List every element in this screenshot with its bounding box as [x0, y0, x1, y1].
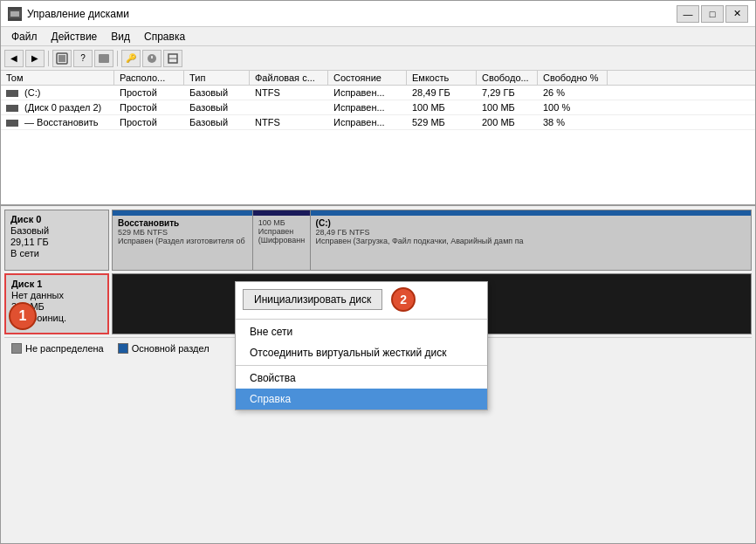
- cell-raspo-1: Простой: [114, 100, 184, 114]
- toolbar-btn-4[interactable]: 🔑: [121, 50, 141, 67]
- cell-tom-0: (C:): [1, 86, 114, 100]
- cell-svobp-1: 100 %: [538, 100, 608, 114]
- disk0-seg-1[interactable]: 100 МБ Исправен (Шифрованн: [253, 210, 311, 270]
- seg0-name: Восстановить: [118, 218, 247, 228]
- circle-2: 2: [391, 287, 416, 312]
- menu-action[interactable]: Действие: [45, 29, 105, 45]
- cell-raspo-0: Простой: [114, 86, 184, 100]
- disk0-label: Диск 0 Базовый 29,11 ГБ В сети: [4, 210, 109, 271]
- menu-file[interactable]: Файл: [4, 29, 45, 45]
- disk0-segments: Восстановить 529 МБ NTFS Исправен (Разде…: [112, 210, 752, 271]
- maximize-button[interactable]: □: [701, 5, 724, 23]
- cell-tom-2: — Восстановить: [1, 115, 114, 129]
- seg1-info2: Исправен (Шифрованн: [258, 227, 305, 244]
- legend-box-unallocated: [11, 343, 22, 354]
- initialize-disk-button[interactable]: Инициализировать диск: [243, 289, 382, 310]
- cell-svobp-0: 26 %: [538, 86, 608, 100]
- svg-rect-1: [10, 11, 19, 17]
- toolbar-btn-3[interactable]: [94, 50, 113, 67]
- context-menu-offline[interactable]: Вне сети: [236, 321, 487, 342]
- cell-fajl-1: [250, 106, 328, 109]
- disk1-name: Диск 1: [11, 279, 102, 289]
- forward-button[interactable]: ▶: [25, 50, 45, 67]
- seg-header-0: [113, 210, 252, 216]
- cell-fajl-0: NTFS: [250, 86, 328, 100]
- seg1-info1: 100 МБ: [258, 218, 305, 227]
- cell-sost-2: Исправен...: [328, 115, 407, 129]
- svg-rect-3: [58, 55, 65, 62]
- context-menu-help[interactable]: Справка: [236, 389, 487, 410]
- col-header-tom: Том: [1, 71, 114, 85]
- cell-emk-2: 529 МБ: [407, 115, 477, 129]
- seg2-info1: 28,49 ГБ NTFS: [316, 228, 746, 237]
- table-row[interactable]: — Восстановить Простой Базовый NTFS Испр…: [1, 115, 755, 130]
- cell-sost-1: Исправен...: [328, 100, 407, 114]
- toolbar-btn-1[interactable]: [52, 50, 72, 67]
- disk0-status: В сети: [10, 248, 103, 258]
- seg-header-2: [311, 210, 751, 216]
- cell-sost-0: Исправен...: [328, 86, 407, 100]
- table-header: Том Располо... Тип Файловая с... Состоян…: [1, 71, 755, 86]
- col-header-raspo: Располо...: [114, 71, 184, 85]
- disk1-row: 1 Диск 1 Нет данных 300 МБ Не проиниц. И…: [4, 273, 752, 334]
- toolbar-separator-2: [117, 51, 118, 66]
- disk0-seg-0[interactable]: Восстановить 529 МБ NTFS Исправен (Разде…: [113, 210, 253, 270]
- legend-label-unallocated: Не распределена: [25, 343, 104, 354]
- col-header-tip: Тип: [184, 71, 250, 85]
- cell-tip-1: Базовый: [184, 100, 250, 114]
- seg0-info2: Исправен (Раздел изготовителя об: [118, 237, 247, 245]
- seg2-info2: Исправен (Загрузка, Файл подкачки, Авари…: [316, 237, 746, 245]
- col-header-svobp: Свободно %: [538, 71, 608, 85]
- col-header-emk: Емкость: [407, 71, 477, 85]
- legend-unallocated: Не распределена: [11, 343, 104, 354]
- toolbar-separator-1: [48, 51, 49, 66]
- cell-tom-1: (Диск 0 раздел 2): [1, 100, 114, 114]
- toolbar-btn-5[interactable]: [142, 50, 162, 67]
- seg-header-1: [253, 210, 310, 216]
- back-button[interactable]: ◀: [4, 50, 24, 67]
- legend-primary: Основной раздел: [118, 343, 210, 354]
- col-header-fajl: Файловая с...: [250, 71, 328, 85]
- context-menu-init-row: Инициализировать диск 2: [236, 282, 487, 317]
- seg2-name: (C:): [316, 218, 746, 228]
- disk-view: Диск 0 Базовый 29,11 ГБ В сети Восстанов…: [1, 206, 755, 543]
- svg-rect-4: [99, 54, 109, 63]
- cell-svob-2: 200 МБ: [477, 115, 538, 129]
- context-menu: Инициализировать диск 2 Вне сети Отсоеди…: [235, 281, 488, 410]
- title-bar: Управление дисками — □ ✕: [1, 1, 755, 27]
- minimize-button[interactable]: —: [677, 5, 699, 23]
- table-row[interactable]: (C:) Простой Базовый NTFS Исправен... 28…: [1, 86, 755, 100]
- context-menu-detach[interactable]: Отсоединить виртуальный жесткий диск: [236, 342, 487, 363]
- cell-tip-0: Базовый: [184, 86, 250, 100]
- legend-box-primary: [118, 343, 128, 354]
- menu-separator-2: [236, 365, 487, 366]
- window-title: Управление дисками: [27, 8, 677, 20]
- menu-bar: Файл Действие Вид Справка: [1, 27, 755, 46]
- menu-separator-1: [236, 319, 487, 320]
- cell-svob-0: 7,29 ГБ: [477, 86, 538, 100]
- window-controls: — □ ✕: [677, 5, 748, 23]
- cell-raspo-2: Простой: [114, 115, 184, 129]
- cell-svob-1: 100 МБ: [477, 100, 538, 114]
- menu-help[interactable]: Справка: [137, 29, 192, 45]
- disk1-segments: Инициализировать диск 2 Вне сети Отсоеди…: [112, 273, 752, 334]
- disk0-seg-2[interactable]: (C:) 28,49 ГБ NTFS Исправен (Загрузка, Ф…: [311, 210, 751, 270]
- cell-emk-0: 28,49 ГБ: [407, 86, 477, 100]
- circle-1: 1: [9, 302, 37, 330]
- toolbar-btn-2[interactable]: ?: [73, 50, 93, 67]
- cell-svobp-2: 38 %: [538, 115, 608, 129]
- toolbar: ◀ ▶ ? 🔑: [1, 46, 755, 71]
- toolbar-btn-6[interactable]: [163, 50, 182, 67]
- col-header-sost: Состояние: [328, 71, 407, 85]
- cell-tip-2: Базовый: [184, 115, 250, 129]
- legend-label-primary: Основной раздел: [132, 343, 210, 354]
- table-row[interactable]: (Диск 0 раздел 2) Простой Базовый Исправ…: [1, 100, 755, 115]
- close-button[interactable]: ✕: [725, 5, 748, 23]
- cell-fajl-2: NTFS: [250, 115, 328, 129]
- disk0-size: 29,11 ГБ: [10, 237, 103, 247]
- context-menu-properties[interactable]: Свойства: [236, 368, 487, 389]
- disk0-row: Диск 0 Базовый 29,11 ГБ В сети Восстанов…: [4, 210, 752, 271]
- disk0-type: Базовый: [10, 225, 103, 236]
- menu-view[interactable]: Вид: [104, 29, 137, 45]
- col-header-svob: Свободо...: [477, 71, 538, 85]
